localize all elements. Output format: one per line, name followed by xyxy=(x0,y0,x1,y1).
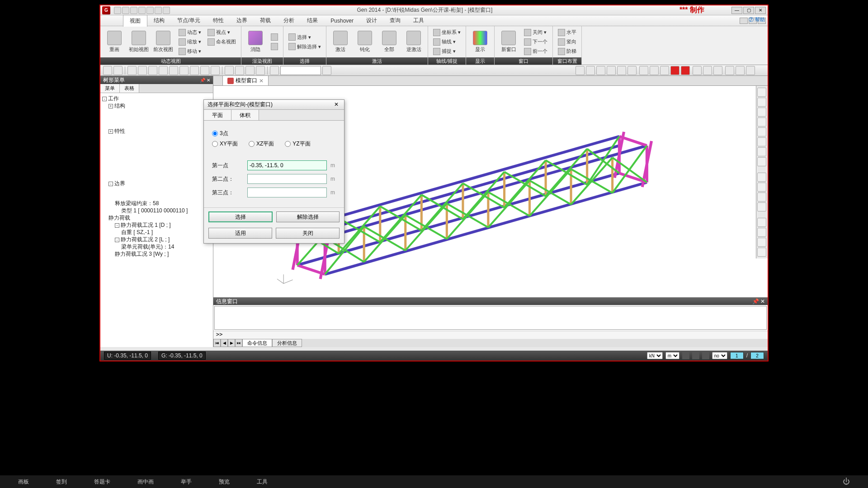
tb-icon[interactable] xyxy=(627,66,637,75)
tb-icon[interactable] xyxy=(225,66,234,75)
status-icon[interactable] xyxy=(702,352,709,359)
radio-yz-input[interactable] xyxy=(285,141,291,147)
tb-icon[interactable] xyxy=(703,66,712,75)
bb-signin[interactable]: 签到 xyxy=(56,478,67,486)
vtb-icon[interactable] xyxy=(757,157,766,166)
dialog-close-button[interactable]: 关闭 xyxy=(276,228,340,239)
menu-analysis[interactable]: 分析 xyxy=(277,15,301,26)
vtb-icon[interactable] xyxy=(757,248,766,257)
radio-3point[interactable]: 3点 xyxy=(212,130,228,137)
dialog-tab-volume[interactable]: 体积 xyxy=(231,110,259,120)
status-no[interactable]: no xyxy=(712,352,727,359)
pin-icon[interactable]: 📌 ✕ xyxy=(200,78,210,83)
tb-icon[interactable] xyxy=(235,66,244,75)
qat-new-icon[interactable] xyxy=(114,7,121,14)
radio-yz[interactable]: YZ平面 xyxy=(285,140,310,148)
tb-icon[interactable] xyxy=(179,66,189,75)
menu-node-element[interactable]: 节点/单元 xyxy=(171,15,207,26)
vtb-icon[interactable] xyxy=(757,137,766,146)
prevwin-button[interactable]: 前一个 xyxy=(522,47,550,56)
input-point2[interactable] xyxy=(247,174,327,184)
tree-node[interactable]: 特性 xyxy=(114,128,125,134)
redraw-button[interactable]: 重画 xyxy=(103,28,126,56)
prevview-button[interactable]: 前次视图 xyxy=(152,28,175,56)
tb-icon[interactable] xyxy=(256,66,265,75)
tb-icon[interactable] xyxy=(169,66,178,75)
tree-node[interactable]: 工作 xyxy=(108,95,119,102)
qat-search-icon[interactable] xyxy=(155,7,162,14)
info-tab-last[interactable]: ⏭ xyxy=(235,339,242,347)
tb-icon[interactable] xyxy=(245,66,255,75)
vtb-icon[interactable] xyxy=(757,108,766,117)
undo-icon[interactable] xyxy=(103,66,112,75)
tb-icon[interactable] xyxy=(576,66,585,75)
status-icon[interactable] xyxy=(682,352,689,359)
tb-icon[interactable] xyxy=(639,66,648,75)
tb-filter-icon[interactable] xyxy=(322,66,331,75)
tb-icon[interactable] xyxy=(190,66,199,75)
tb-icon[interactable] xyxy=(693,66,702,75)
status-field-2[interactable] xyxy=(750,352,764,359)
stair-button[interactable]: 阶梯 xyxy=(556,47,579,56)
vtb-icon[interactable] xyxy=(757,117,766,127)
qat-print-icon[interactable] xyxy=(138,7,146,14)
vtb-icon[interactable] xyxy=(757,127,766,136)
info-tab-next[interactable]: ▶ xyxy=(228,339,235,347)
vtb-icon[interactable] xyxy=(757,238,766,247)
tree-node[interactable]: 静力荷载工况 3 [Wy ; ] xyxy=(115,251,169,257)
render-opt2[interactable] xyxy=(269,42,280,51)
help-link[interactable]: ⑦ 帮助 xyxy=(749,16,765,23)
menu-tools[interactable]: 工具 xyxy=(407,15,430,26)
tb-icon[interactable] xyxy=(127,66,137,75)
tree-node[interactable]: 边界 xyxy=(114,180,125,187)
qat-save-icon[interactable] xyxy=(130,7,137,14)
menu-pushover[interactable]: Pushover xyxy=(324,16,360,26)
status-icon[interactable] xyxy=(692,352,699,359)
vert-button[interactable]: 竖向 xyxy=(556,38,579,47)
power-icon[interactable]: ⏻ xyxy=(843,478,850,486)
tb-red-icon[interactable] xyxy=(681,66,690,75)
bb-answer[interactable]: 答题卡 xyxy=(94,478,110,486)
all-button[interactable]: 全部 xyxy=(378,28,401,56)
select-combo[interactable] xyxy=(280,66,321,75)
tree-node[interactable]: 类型 1 [ 0000110 0000110 ] xyxy=(121,207,188,214)
select-button[interactable]: 选择 ▾ xyxy=(286,33,323,42)
snap-button[interactable]: 捕捉 ▾ xyxy=(431,47,463,56)
tb-icon[interactable] xyxy=(713,66,722,75)
maximize-button[interactable]: ▢ xyxy=(743,7,754,14)
dialog-apply-button[interactable]: 适用 xyxy=(208,228,272,239)
tree-node[interactable]: 自重 [ SZ,-1 ] xyxy=(121,229,153,235)
unit-force[interactable]: kN xyxy=(647,352,663,359)
tree-tab-menu[interactable]: 菜单 xyxy=(100,84,120,93)
tb-icon[interactable] xyxy=(650,66,659,75)
dialog-select-button[interactable]: 选择 xyxy=(208,211,273,222)
qat-open-icon[interactable] xyxy=(122,7,129,14)
zoom-button[interactable]: 缩放 ▾ xyxy=(176,38,203,47)
vtb-icon[interactable] xyxy=(757,88,766,97)
input-point1[interactable] xyxy=(247,160,327,170)
ucs-button[interactable]: 坐标系 ▾ xyxy=(431,28,463,37)
tb-select-icon[interactable] xyxy=(270,66,279,75)
menu-structure[interactable]: 结构 xyxy=(147,15,171,26)
tb-icon[interactable] xyxy=(736,66,745,75)
nextwin-button[interactable]: 下一个 xyxy=(522,38,550,47)
menu-query[interactable]: 查询 xyxy=(383,15,407,26)
grid-button[interactable]: 轴线 ▾ xyxy=(431,38,463,47)
bb-raise-hand[interactable]: 举手 xyxy=(181,478,192,486)
menu-property[interactable]: 特性 xyxy=(207,15,230,26)
vtb-icon[interactable] xyxy=(757,147,766,156)
mdi-minimize[interactable] xyxy=(740,18,748,24)
tree-node[interactable]: 结构 xyxy=(114,103,125,109)
info-tab-prev[interactable]: ◀ xyxy=(221,339,228,347)
close-button[interactable]: ✕ xyxy=(755,7,766,14)
tb-icon[interactable] xyxy=(607,66,616,75)
menu-boundary[interactable]: 边界 xyxy=(230,15,254,26)
bb-preview[interactable]: 预览 xyxy=(219,478,230,486)
tb-icon[interactable] xyxy=(617,66,626,75)
tb-icon[interactable] xyxy=(148,66,157,75)
radio-xy-input[interactable] xyxy=(212,141,218,147)
qat-dropdown-icon[interactable] xyxy=(163,7,170,14)
unselect-button[interactable]: 解除选择 ▾ xyxy=(286,42,323,51)
hidden-button[interactable]: 消隐 xyxy=(244,28,267,56)
info-panel-pin-icon[interactable]: 📌 ✕ xyxy=(752,298,765,305)
